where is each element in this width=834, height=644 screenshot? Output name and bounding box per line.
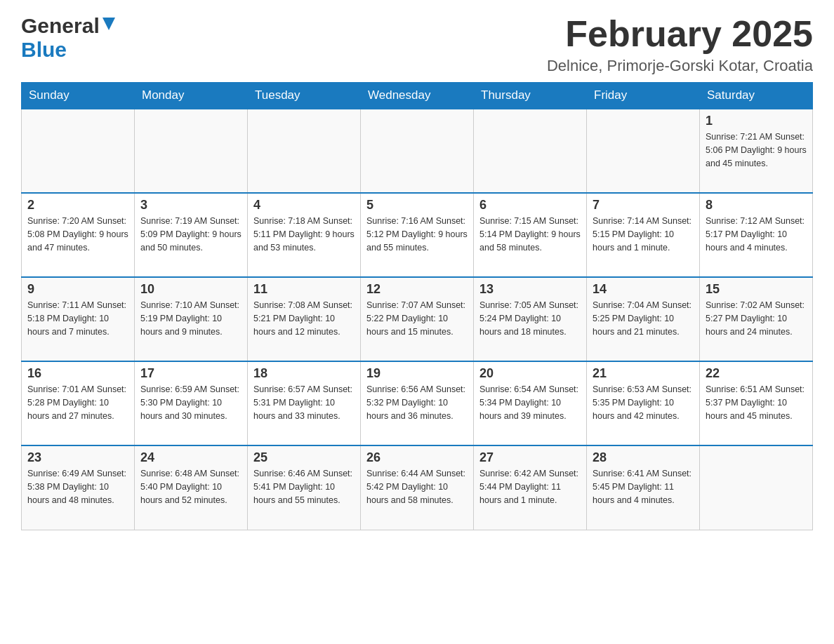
calendar-day-8: 8Sunrise: 7:12 AM Sunset: 5:17 PM Daylig… (700, 193, 813, 277)
day-info: Sunrise: 6:51 AM Sunset: 5:37 PM Dayligh… (706, 383, 807, 422)
day-number: 28 (593, 450, 694, 465)
day-number: 10 (140, 282, 241, 297)
calendar-day-23: 23Sunrise: 6:49 AM Sunset: 5:38 PM Dayli… (22, 445, 135, 530)
page-header: General Blue February 2025 Delnice, Prim… (21, 14, 813, 75)
calendar-day-27: 27Sunrise: 6:42 AM Sunset: 5:44 PM Dayli… (474, 445, 587, 530)
day-number: 19 (366, 366, 468, 381)
day-info: Sunrise: 7:11 AM Sunset: 5:18 PM Dayligh… (27, 299, 128, 338)
calendar-day-12: 12Sunrise: 7:07 AM Sunset: 5:22 PM Dayli… (361, 277, 474, 361)
calendar-day-11: 11Sunrise: 7:08 AM Sunset: 5:21 PM Dayli… (248, 277, 361, 361)
logo-blue-text: Blue (21, 38, 67, 61)
day-number: 26 (366, 450, 468, 465)
day-number: 16 (27, 366, 128, 381)
calendar-week-row: 9Sunrise: 7:11 AM Sunset: 5:18 PM Daylig… (22, 277, 813, 361)
calendar-day-2: 2Sunrise: 7:20 AM Sunset: 5:08 PM Daylig… (22, 193, 135, 277)
logo: General Blue (21, 14, 115, 62)
day-info: Sunrise: 6:57 AM Sunset: 5:31 PM Dayligh… (253, 383, 355, 422)
calendar-day-24: 24Sunrise: 6:48 AM Sunset: 5:40 PM Dayli… (135, 445, 248, 530)
day-number: 6 (479, 198, 581, 213)
calendar-table: SundayMondayTuesdayWednesdayThursdayFrid… (21, 82, 813, 530)
day-number: 23 (27, 450, 128, 465)
day-info: Sunrise: 7:05 AM Sunset: 5:24 PM Dayligh… (479, 299, 581, 338)
calendar-day-9: 9Sunrise: 7:11 AM Sunset: 5:18 PM Daylig… (22, 277, 135, 361)
day-number: 12 (366, 282, 468, 297)
day-number: 17 (140, 366, 241, 381)
day-info: Sunrise: 6:56 AM Sunset: 5:32 PM Dayligh… (366, 383, 468, 422)
day-number: 3 (140, 198, 241, 213)
calendar-header-row: SundayMondayTuesdayWednesdayThursdayFrid… (22, 83, 813, 109)
weekday-header-friday: Friday (587, 83, 700, 109)
day-number: 18 (253, 366, 355, 381)
day-number: 1 (706, 114, 807, 128)
day-number: 20 (479, 366, 581, 381)
logo-triangle-icon (102, 18, 115, 33)
calendar-day-5: 5Sunrise: 7:16 AM Sunset: 5:12 PM Daylig… (361, 193, 474, 277)
calendar-empty-cell (587, 109, 700, 193)
day-number: 27 (479, 450, 581, 465)
calendar-week-row: 1Sunrise: 7:21 AM Sunset: 5:06 PM Daylig… (22, 109, 813, 193)
calendar-day-6: 6Sunrise: 7:15 AM Sunset: 5:14 PM Daylig… (474, 193, 587, 277)
day-number: 5 (366, 198, 468, 213)
calendar-day-14: 14Sunrise: 7:04 AM Sunset: 5:25 PM Dayli… (587, 277, 700, 361)
day-info: Sunrise: 6:42 AM Sunset: 5:44 PM Dayligh… (479, 467, 581, 507)
calendar-day-21: 21Sunrise: 6:53 AM Sunset: 5:35 PM Dayli… (587, 361, 700, 445)
logo-general-text: General (21, 14, 100, 38)
day-info: Sunrise: 7:21 AM Sunset: 5:06 PM Dayligh… (706, 130, 807, 170)
weekday-header-tuesday: Tuesday (248, 83, 361, 109)
calendar-day-22: 22Sunrise: 6:51 AM Sunset: 5:37 PM Dayli… (700, 361, 813, 445)
day-number: 8 (706, 198, 807, 213)
weekday-header-monday: Monday (135, 83, 248, 109)
calendar-week-row: 2Sunrise: 7:20 AM Sunset: 5:08 PM Daylig… (22, 193, 813, 277)
day-info: Sunrise: 7:01 AM Sunset: 5:28 PM Dayligh… (27, 383, 128, 422)
day-info: Sunrise: 7:18 AM Sunset: 5:11 PM Dayligh… (253, 215, 355, 254)
calendar-empty-cell (22, 109, 135, 193)
day-info: Sunrise: 7:12 AM Sunset: 5:17 PM Dayligh… (706, 215, 807, 254)
day-info: Sunrise: 6:49 AM Sunset: 5:38 PM Dayligh… (27, 467, 128, 507)
day-info: Sunrise: 7:16 AM Sunset: 5:12 PM Dayligh… (366, 215, 468, 254)
calendar-week-row: 16Sunrise: 7:01 AM Sunset: 5:28 PM Dayli… (22, 361, 813, 445)
day-info: Sunrise: 7:20 AM Sunset: 5:08 PM Dayligh… (27, 215, 128, 254)
day-info: Sunrise: 6:48 AM Sunset: 5:40 PM Dayligh… (140, 467, 241, 507)
day-number: 14 (593, 282, 694, 297)
day-number: 22 (706, 366, 807, 381)
weekday-header-wednesday: Wednesday (361, 83, 474, 109)
calendar-day-1: 1Sunrise: 7:21 AM Sunset: 5:06 PM Daylig… (700, 109, 813, 193)
calendar-day-25: 25Sunrise: 6:46 AM Sunset: 5:41 PM Dayli… (248, 445, 361, 530)
day-number: 2 (27, 198, 128, 213)
calendar-day-26: 26Sunrise: 6:44 AM Sunset: 5:42 PM Dayli… (361, 445, 474, 530)
calendar-day-10: 10Sunrise: 7:10 AM Sunset: 5:19 PM Dayli… (135, 277, 248, 361)
day-info: Sunrise: 6:44 AM Sunset: 5:42 PM Dayligh… (366, 467, 468, 507)
day-info: Sunrise: 6:46 AM Sunset: 5:41 PM Dayligh… (253, 467, 355, 507)
day-info: Sunrise: 6:41 AM Sunset: 5:45 PM Dayligh… (593, 467, 694, 507)
svg-marker-0 (102, 18, 115, 30)
calendar-day-16: 16Sunrise: 7:01 AM Sunset: 5:28 PM Dayli… (22, 361, 135, 445)
calendar-empty-cell (474, 109, 587, 193)
day-number: 21 (593, 366, 694, 381)
calendar-day-28: 28Sunrise: 6:41 AM Sunset: 5:45 PM Dayli… (587, 445, 700, 530)
calendar-empty-cell (700, 445, 813, 530)
day-number: 9 (27, 282, 128, 297)
day-info: Sunrise: 7:08 AM Sunset: 5:21 PM Dayligh… (253, 299, 355, 338)
calendar-empty-cell (361, 109, 474, 193)
weekday-header-saturday: Saturday (700, 83, 813, 109)
day-info: Sunrise: 6:59 AM Sunset: 5:30 PM Dayligh… (140, 383, 241, 422)
calendar-day-13: 13Sunrise: 7:05 AM Sunset: 5:24 PM Dayli… (474, 277, 587, 361)
day-number: 13 (479, 282, 581, 297)
calendar-day-19: 19Sunrise: 6:56 AM Sunset: 5:32 PM Dayli… (361, 361, 474, 445)
location-title: Delnice, Primorje-Gorski Kotar, Croatia (547, 57, 813, 75)
calendar-empty-cell (248, 109, 361, 193)
day-number: 25 (253, 450, 355, 465)
day-info: Sunrise: 6:54 AM Sunset: 5:34 PM Dayligh… (479, 383, 581, 422)
day-number: 24 (140, 450, 241, 465)
weekday-header-thursday: Thursday (474, 83, 587, 109)
calendar-empty-cell (135, 109, 248, 193)
day-info: Sunrise: 7:10 AM Sunset: 5:19 PM Dayligh… (140, 299, 241, 338)
calendar-day-18: 18Sunrise: 6:57 AM Sunset: 5:31 PM Dayli… (248, 361, 361, 445)
day-number: 15 (706, 282, 807, 297)
day-info: Sunrise: 7:04 AM Sunset: 5:25 PM Dayligh… (593, 299, 694, 338)
day-info: Sunrise: 7:02 AM Sunset: 5:27 PM Dayligh… (706, 299, 807, 338)
calendar-week-row: 23Sunrise: 6:49 AM Sunset: 5:38 PM Dayli… (22, 445, 813, 530)
weekday-header-sunday: Sunday (22, 83, 135, 109)
calendar-day-17: 17Sunrise: 6:59 AM Sunset: 5:30 PM Dayli… (135, 361, 248, 445)
calendar-day-15: 15Sunrise: 7:02 AM Sunset: 5:27 PM Dayli… (700, 277, 813, 361)
